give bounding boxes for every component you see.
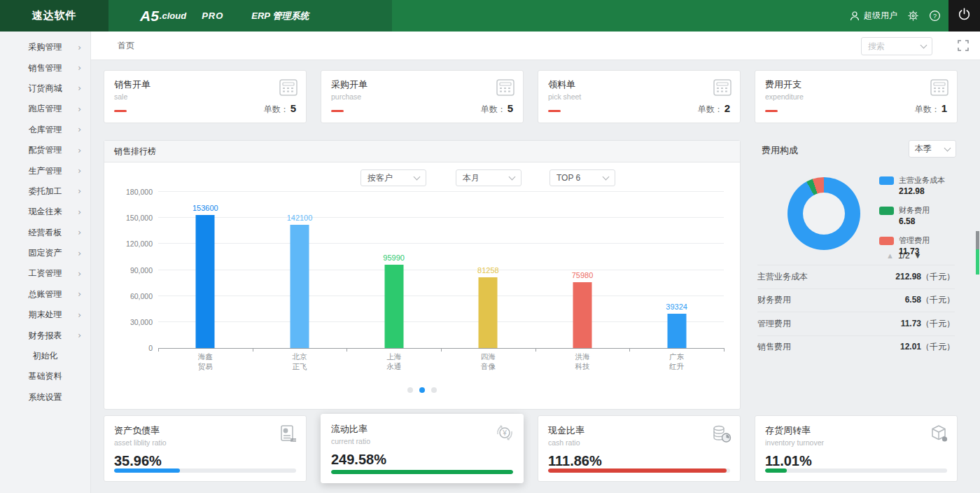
sidebar-item-10[interactable]: 固定资产› (0, 243, 90, 263)
stat-card-sales[interactable]: 销售开单 sale 单数：5 (104, 70, 307, 123)
sidebar: 采购管理›销售管理›订货商城›跑店管理›仓库管理›配货管理›生产管理›委托加工›… (0, 32, 91, 493)
settings-gear-icon[interactable] (907, 10, 919, 22)
ratio-value: 111.86% (548, 453, 730, 469)
bar (573, 282, 592, 348)
bar-value-label: 81258 (460, 266, 516, 275)
bar-value-label: 39324 (649, 303, 705, 311)
sidebar-item-2[interactable]: 订货商城› (0, 78, 90, 99)
sidebar-item-6[interactable]: 生产管理› (0, 160, 90, 181)
sidebar-item-11[interactable]: 工资管理› (0, 263, 90, 284)
ratio-value: 11.01% (765, 453, 947, 469)
red-dash (765, 110, 778, 112)
bar-column: 153600 (177, 192, 233, 348)
chevron-down-icon (414, 174, 421, 181)
brand-name: 速达软件 (32, 9, 77, 22)
chevron-right-icon: › (78, 63, 81, 73)
ratio-cards-row: 资产负债率 asset liblity ratio 35.96% 流动比率 cu… (104, 415, 958, 485)
progress-fill (765, 468, 787, 473)
expense-row: 主营业务成本 212.98（千元） (757, 265, 955, 289)
pagination-dot[interactable] (431, 387, 437, 393)
currency-cycle-icon: ¥ (495, 423, 514, 445)
y-axis-tick-label: 30,000 (118, 318, 153, 326)
chevron-right-icon: › (78, 104, 81, 114)
chevron-right-icon: › (78, 166, 81, 176)
sidebar-item-4[interactable]: 仓库管理› (0, 120, 90, 140)
pagination-dot[interactable] (407, 387, 413, 393)
x-category-label: 北京正飞 (253, 352, 347, 371)
svg-text:?: ? (933, 13, 937, 20)
sidebar-item-5[interactable]: 配货管理› (0, 140, 90, 160)
sidebar-item-1[interactable]: 销售管理› (0, 57, 90, 78)
ratio-card-inventory-turnover[interactable]: 存货周转率 inventory turnover 11.01% (755, 415, 958, 482)
ratio-card-asset-liability[interactable]: 资产负债率 asset liblity ratio 35.96% (104, 415, 307, 482)
x-category-label: 上海永通 (346, 352, 441, 371)
sidebar-item-14[interactable]: 财务报表› (0, 325, 90, 345)
x-category-label: 洪海科技 (536, 352, 630, 371)
sidebar-item-9[interactable]: 经营看板› (0, 223, 90, 243)
stat-card-purchase[interactable]: 采购开单 purchase 单数：5 (321, 70, 524, 123)
chevron-right-icon: › (78, 186, 81, 196)
logout-power-button[interactable] (948, 0, 980, 32)
ratio-card-current-ratio[interactable]: 流动比率 current ratio 249.58% ¥ (321, 414, 524, 483)
sidebar-item-8[interactable]: 现金往来› (0, 202, 90, 222)
legend-swatch (879, 207, 894, 215)
legend-swatch (879, 237, 894, 245)
sidebar-item-3[interactable]: 跑店管理› (0, 99, 90, 119)
calculator-icon (279, 79, 298, 99)
pager-position: 1/2 (898, 251, 910, 261)
search-input[interactable] (868, 41, 917, 51)
expense-donut-chart (788, 177, 860, 250)
gridline (158, 321, 724, 322)
expense-row: 销售费用 12.01（千元） (757, 335, 955, 359)
tab-bar: 首页 (91, 32, 980, 60)
group-by-filter-select[interactable]: 按客户 (360, 169, 426, 186)
x-axis-tick (253, 348, 253, 352)
x-category-label: 广东红升 (629, 352, 724, 371)
sidebar-item-17[interactable]: 系统设置 (0, 387, 90, 408)
ratio-value: 35.96% (114, 453, 296, 469)
user-menu[interactable]: 超级用户 (848, 10, 897, 22)
expense-rows: 主营业务成本 212.98（千元） 财务费用 6.58（千元） 管理费用 11.… (757, 265, 955, 359)
pager-down-icon[interactable]: ▼ (914, 251, 922, 260)
x-axis-tick (629, 348, 630, 352)
chevron-right-icon: › (78, 269, 81, 279)
brand-logo: 速达软件 (0, 0, 108, 32)
tab-home[interactable]: 首页 (118, 32, 134, 60)
y-axis-tick-label: 60,000 (118, 292, 153, 300)
calculator-icon (713, 79, 732, 99)
logo-suite: ERP 管理系统 (251, 10, 309, 22)
chevron-right-icon: › (78, 146, 81, 155)
panel-title: 销售排行榜 (104, 141, 740, 162)
scrollbar[interactable] (976, 231, 979, 275)
x-category-label: 四海音像 (441, 352, 536, 371)
calculator-icon (496, 79, 514, 99)
ratio-card-cash-ratio[interactable]: 现金比率 cash ratio 111.86% (538, 415, 741, 482)
user-icon (848, 10, 860, 22)
sidebar-item-12[interactable]: 总账管理› (0, 284, 90, 305)
bar (290, 225, 309, 348)
sidebar-item-15[interactable]: 初始化 (0, 346, 90, 366)
pagination-dot[interactable] (419, 387, 425, 393)
search-combobox[interactable] (861, 37, 932, 55)
stat-card-pick-sheet[interactable]: 领料单 pick sheet 单数：2 (538, 70, 741, 123)
logo-cloud: .cloud (160, 11, 186, 21)
document-ratio-icon (279, 424, 298, 445)
x-axis-tick (158, 348, 159, 352)
erp-dashboard: 速达软件 A5 .cloud PRO ERP 管理系统 超级用户 (0, 0, 980, 493)
sidebar-item-7[interactable]: 委托加工› (0, 181, 90, 202)
pager-up-icon[interactable]: ▲ (886, 251, 894, 260)
sidebar-item-16[interactable]: 基础资料 (0, 366, 90, 387)
topn-filter-select[interactable]: TOP 6 (550, 169, 615, 186)
stat-card-expenditure[interactable]: 费用开支 expenditure 单数：1 (755, 70, 958, 123)
legend-item: 主营业务成本 212.98 (879, 175, 945, 196)
help-icon[interactable]: ? (929, 10, 941, 22)
x-axis-tick (441, 348, 442, 352)
sidebar-item-0[interactable]: 采购管理› (0, 37, 90, 57)
chevron-right-icon: › (78, 249, 81, 258)
expense-period-select[interactable]: 本季 (909, 140, 956, 158)
sidebar-item-13[interactable]: 期末处理› (0, 305, 90, 325)
fullscreen-icon[interactable] (958, 40, 969, 54)
y-axis-tick-label: 120,000 (118, 239, 153, 248)
period-filter-select[interactable]: 本月 (456, 169, 522, 186)
product-logo: A5 .cloud PRO ERP 管理系统 (108, 0, 392, 32)
